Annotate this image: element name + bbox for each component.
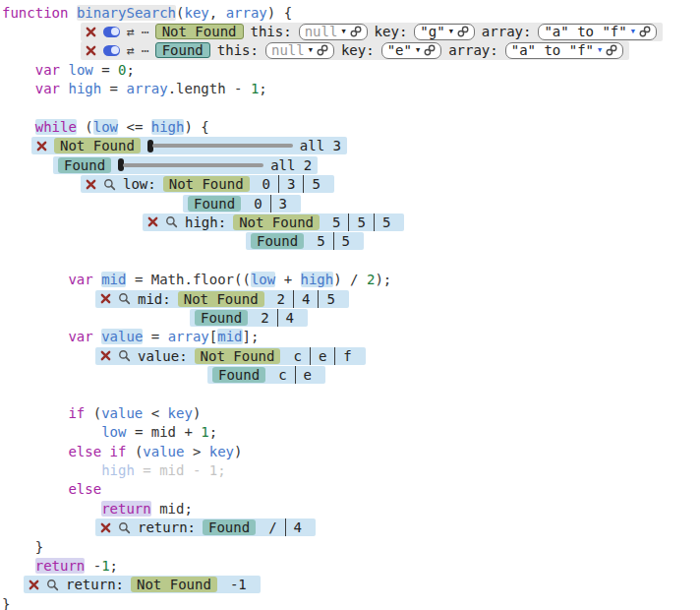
magnifier-icon[interactable] — [165, 215, 178, 228]
magnifier-icon[interactable] — [46, 579, 59, 591]
magnifier-icon[interactable] — [103, 178, 116, 191]
code-token: key — [184, 5, 208, 21]
iteration-slider[interactable] — [118, 158, 263, 171]
status-badge-not-found[interactable]: Not Found — [178, 291, 264, 307]
link-icon[interactable] — [350, 26, 362, 37]
close-icon[interactable] — [29, 580, 39, 590]
swap-arrows-icon[interactable]: ⇄ — [127, 26, 135, 38]
more-options-icon[interactable]: ⋯ — [142, 44, 148, 57]
variable-label: low: — [123, 176, 156, 192]
blank-line[interactable] — [2, 98, 700, 117]
this-value-dropdown[interactable]: null ▼ — [265, 42, 334, 59]
code-token — [60, 62, 68, 78]
code-line-else[interactable]: else — [2, 480, 700, 499]
status-badge-not-found[interactable]: Not Found — [195, 348, 281, 364]
code-editor[interactable]: function binarySearch(key, array) { ⇄ ⋯ … — [0, 0, 700, 610]
close-icon[interactable] — [86, 179, 96, 190]
magnifier-icon[interactable] — [118, 292, 131, 305]
probe-row-value-found: Found ce — [207, 365, 700, 384]
code-line-close-fn[interactable]: } — [2, 594, 700, 610]
close-icon[interactable] — [36, 141, 47, 152]
status-badge-found[interactable]: Found — [155, 42, 210, 58]
status-badge-not-found[interactable]: Not Found — [163, 176, 250, 192]
array-value-dropdown[interactable]: "a" to "f" ▼ — [538, 24, 657, 40]
code-token: ) — [193, 405, 201, 421]
key-label: key: — [341, 42, 375, 58]
blank-line[interactable] — [2, 385, 700, 403]
code-token — [2, 329, 68, 344]
code-line-close-while[interactable]: } — [2, 537, 700, 556]
iteration-slider[interactable] — [147, 140, 293, 152]
variable-label: high: — [185, 214, 226, 230]
code-line-var-high[interactable]: var high = array.length - 1; — [2, 80, 700, 98]
code-line-if[interactable]: if (value < key) — [2, 403, 700, 422]
this-value-dropdown[interactable]: null ▼ — [299, 24, 368, 40]
probe-row-return-not-found: return: Not Found -1 — [24, 576, 700, 594]
code-token: ; — [259, 81, 266, 96]
value-cell: c — [285, 347, 309, 365]
magnifier-icon[interactable] — [118, 349, 131, 362]
probe-strip: mid: Not Found 245 — [95, 290, 349, 308]
close-icon[interactable] — [100, 522, 111, 533]
code-line-return-mid[interactable]: return mid; — [2, 499, 700, 518]
code-token: + — [275, 272, 300, 287]
code-line-low-assign[interactable]: low = mid + 1; — [2, 423, 700, 442]
link-icon[interactable] — [424, 44, 436, 56]
probe-strip: Found 03 — [183, 195, 301, 213]
swap-arrows-icon[interactable]: ⇄ — [127, 44, 135, 57]
close-icon[interactable] — [100, 293, 111, 304]
status-badge-not-found[interactable]: Not Found — [54, 138, 141, 153]
status-badge-found[interactable]: Found — [212, 367, 265, 383]
code-line-high-assign[interactable]: high = mid - 1; — [2, 460, 700, 479]
code-line-return-neg1[interactable]: return -1; — [2, 556, 700, 575]
key-value-dropdown[interactable]: "g" ▼ — [414, 24, 475, 40]
code-token: = — [143, 329, 167, 344]
code-token: high — [68, 81, 101, 96]
status-badge-not-found[interactable]: Not Found — [155, 24, 244, 39]
link-icon[interactable] — [639, 26, 651, 37]
value-cell: 5 — [309, 232, 332, 250]
magnifier-icon[interactable] — [118, 521, 131, 534]
code-token: var — [68, 272, 92, 287]
more-options-icon[interactable]: ⋯ — [142, 26, 148, 38]
toggle-on-icon[interactable] — [103, 45, 120, 56]
value-list: 55 — [309, 232, 358, 250]
slider-track[interactable] — [152, 144, 293, 148]
code-token: ) { — [267, 5, 292, 21]
key-value-dropdown[interactable]: "e" ▼ — [381, 42, 442, 59]
code-line-else-if[interactable]: else if (value > key) — [2, 442, 700, 460]
variable-label: return: — [138, 519, 196, 535]
close-icon[interactable] — [100, 350, 111, 361]
link-icon[interactable] — [317, 44, 328, 56]
code-token: = — [101, 81, 126, 96]
status-badge-found[interactable]: Found — [188, 196, 241, 212]
status-badge-found[interactable]: Found — [195, 310, 248, 326]
code-token: array — [168, 329, 209, 344]
code-token: value — [101, 329, 143, 344]
status-badge-found[interactable]: Found — [58, 157, 111, 173]
code-token — [2, 481, 68, 497]
code-line-var-mid[interactable]: var mid = Math.floor((low + high) / 2); — [2, 270, 700, 288]
code-token: 1 — [251, 81, 259, 96]
status-badge-not-found[interactable]: Not Found — [131, 577, 217, 592]
link-icon[interactable] — [606, 44, 617, 56]
code-line-while[interactable]: while (low <= high) { — [2, 117, 700, 136]
code-line-var-value[interactable]: var value = array[mid]; — [2, 328, 700, 346]
code-line-var-low[interactable]: var low = 0; — [2, 60, 700, 79]
blank-line[interactable] — [2, 251, 700, 270]
code-token: array — [126, 81, 167, 96]
status-badge-found[interactable]: Found — [203, 519, 256, 535]
toggle-on-icon[interactable] — [103, 27, 120, 37]
value-list: cef — [285, 347, 359, 365]
value-list: 24 — [253, 309, 302, 327]
slider-track[interactable] — [123, 163, 263, 167]
close-icon[interactable] — [147, 216, 158, 227]
code-token — [2, 81, 35, 96]
code-line-function[interactable]: function binarySearch(key, array) { — [2, 3, 700, 22]
close-icon[interactable] — [86, 27, 96, 37]
close-icon[interactable] — [86, 45, 96, 56]
status-badge-not-found[interactable]: Not Found — [233, 214, 320, 230]
status-badge-found[interactable]: Found — [251, 233, 304, 249]
array-value-dropdown[interactable]: "a" to "f" ▼ — [505, 42, 624, 59]
link-icon[interactable] — [457, 26, 469, 37]
